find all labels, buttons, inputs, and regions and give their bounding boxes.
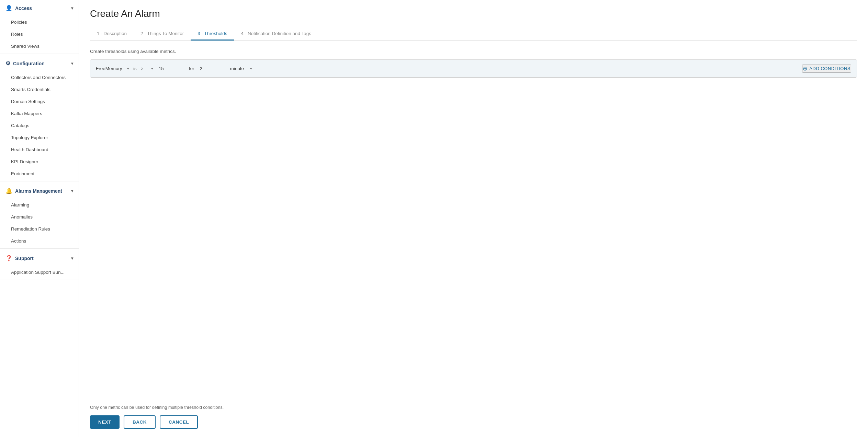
tab-description[interactable]: 1 - Description: [90, 27, 134, 41]
sidebar-item-smarts-credentials[interactable]: Smarts Credentials: [0, 83, 79, 96]
sidebar-section-label-configuration: Configuration: [13, 61, 45, 66]
comparator-select-wrapper[interactable]: > < = >= <= ▾: [141, 66, 153, 71]
support-icon: ❓: [5, 255, 12, 261]
configuration-icon: ⚙: [5, 60, 10, 67]
access-icon: 👤: [5, 5, 12, 11]
tabs: 1 - Description2 - Things To Monitor3 - …: [90, 27, 857, 41]
sidebar-item-topology-explorer[interactable]: Topology Explorer: [0, 132, 79, 144]
unit-select-wrapper[interactable]: minute hour second ▾: [230, 66, 252, 71]
metric-select-wrapper[interactable]: FreeMemory ▾: [96, 66, 129, 71]
sidebar-item-actions[interactable]: Actions: [0, 235, 79, 247]
sidebar-section-alarms-management[interactable]: 🔔 Alarms Management ▾: [0, 183, 79, 199]
back-button[interactable]: BACK: [124, 415, 156, 429]
sidebar-item-collectors-connectors[interactable]: Collectors and Connectors: [0, 71, 79, 83]
unit-select[interactable]: minute hour second: [230, 66, 252, 71]
configuration-chevron-icon: ▾: [71, 61, 73, 66]
sidebar-section-configuration[interactable]: ⚙ Configuration ▾: [0, 55, 79, 71]
add-conditions-label: ADD CONDITIONS: [809, 66, 850, 71]
sidebar-item-policies[interactable]: Policies: [0, 16, 79, 28]
access-chevron-icon: ▾: [71, 6, 73, 11]
sidebar-item-remediation-rules[interactable]: Remediation Rules: [0, 223, 79, 235]
threshold-container: FreeMemory ▾ is > < = >= <= ▾: [90, 59, 857, 78]
sidebar-section-access[interactable]: 👤 Access ▾: [0, 0, 79, 16]
alarms-management-icon: 🔔: [5, 188, 12, 194]
sidebar-item-health-dashboard[interactable]: Health Dashboard: [0, 144, 79, 156]
footer-note: Only one metric can be used for defining…: [90, 397, 857, 410]
sidebar-item-catalogs[interactable]: Catalogs: [0, 120, 79, 132]
tab-notification[interactable]: 4 - Notification Definition and Tags: [234, 27, 318, 41]
divider-after-configuration: [0, 181, 79, 181]
footer-buttons: NEXT BACK CANCEL: [90, 415, 857, 429]
alarms-management-chevron-icon: ▾: [71, 189, 73, 193]
next-button[interactable]: NEXT: [90, 415, 120, 429]
threshold-value-input[interactable]: [157, 65, 185, 72]
sidebar-section-label-alarms-management: Alarms Management: [15, 188, 62, 194]
sidebar-item-app-support[interactable]: Application Support Bun...: [0, 266, 79, 278]
sidebar-item-enrichment[interactable]: Enrichment: [0, 168, 79, 180]
divider-after-alarms-management: [0, 248, 79, 249]
sidebar-section-label-access: Access: [15, 5, 32, 11]
page-title: Create An Alarm: [90, 8, 857, 19]
operator-label: is: [133, 66, 137, 71]
metric-select[interactable]: FreeMemory: [96, 66, 129, 71]
section-description: Create thresholds using available metric…: [90, 49, 857, 54]
main-content: Create An Alarm 1 - Description2 - Thing…: [79, 0, 868, 437]
sidebar-item-roles[interactable]: Roles: [0, 28, 79, 40]
sidebar-item-anomalies[interactable]: Anomalies: [0, 211, 79, 223]
add-icon: ⊕: [803, 65, 808, 72]
support-chevron-icon: ▾: [71, 256, 73, 261]
sidebar-item-domain-settings[interactable]: Domain Settings: [0, 96, 79, 108]
divider-after-access: [0, 54, 79, 54]
sidebar-item-kpi-designer[interactable]: KPI Designer: [0, 156, 79, 168]
sidebar-item-kafka-mappers[interactable]: Kafka Mappers: [0, 108, 79, 120]
cancel-button[interactable]: CANCEL: [160, 415, 198, 429]
tab-things-to-monitor[interactable]: 2 - Things To Monitor: [134, 27, 191, 41]
threshold-row: FreeMemory ▾ is > < = >= <= ▾: [90, 60, 857, 77]
comparator-select[interactable]: > < = >= <=: [141, 66, 153, 71]
add-conditions-button[interactable]: ⊕ ADD CONDITIONS: [802, 65, 851, 72]
sidebar: 👤 Access ▾ PoliciesRolesShared Views ⚙ C…: [0, 0, 79, 437]
divider-after-support: [0, 280, 79, 280]
for-label: for: [189, 66, 194, 71]
sidebar-section-label-support: Support: [15, 256, 34, 261]
sidebar-item-alarming[interactable]: Alarming: [0, 199, 79, 211]
sidebar-section-support[interactable]: ❓ Support ▾: [0, 250, 79, 266]
tab-thresholds[interactable]: 3 - Thresholds: [191, 27, 234, 41]
sidebar-item-shared-views[interactable]: Shared Views: [0, 40, 79, 52]
duration-value-input[interactable]: [199, 65, 226, 72]
